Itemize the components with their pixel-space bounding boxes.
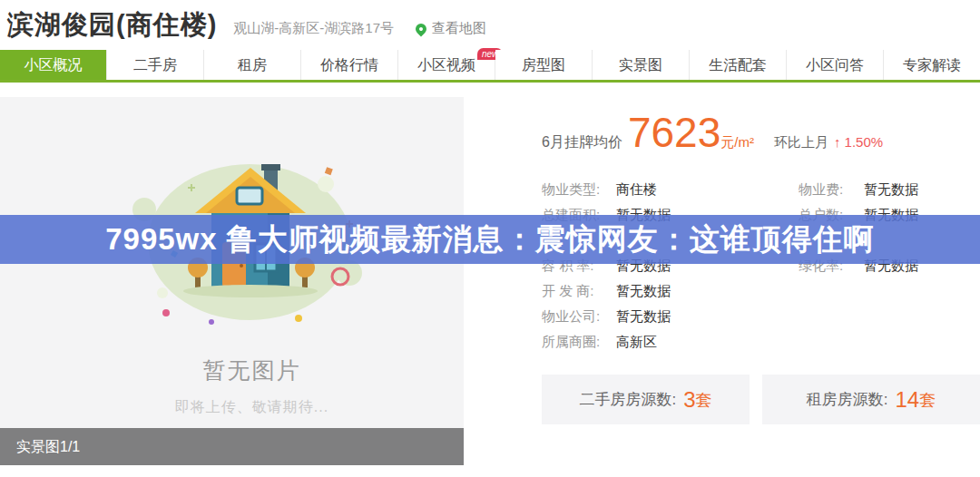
tab-second-hand[interactable]: 二手房 — [107, 50, 204, 80]
tab-community-overview[interactable]: 小区概况 — [0, 50, 107, 80]
ad-overlay-banner[interactable]: 7995wx 鲁大师视频最新消息：震惊网友：这谁顶得住啊 — [0, 215, 980, 264]
tab-floorplan[interactable]: 房型图 — [495, 50, 593, 80]
detail-row-property-type: 物业类型:商住楼 物业费:暂无数据 — [542, 177, 980, 202]
tab-community-video-label: 小区视频 — [417, 57, 475, 73]
price-value: 7623 — [628, 112, 720, 153]
photo-gallery-panel: 暂无图片 即将上传、敬请期待... 实景图1/1 — [0, 97, 464, 465]
detail-row-district: 所属商圈:高新区 — [542, 329, 980, 355]
trend-value: ↑ 1.50% — [834, 134, 883, 150]
rent-count[interactable]: 租房房源数: 14 套 — [762, 375, 980, 424]
view-map-link[interactable]: 查看地图 — [416, 20, 486, 37]
trend-label: 环比上月 — [774, 134, 828, 151]
detail-row-property-company: 物业公司:暂无数据 — [542, 304, 980, 329]
tab-price-trend[interactable]: 价格行情 — [301, 50, 398, 80]
details-list: 物业类型:商住楼 物业费:暂无数据 总建面积:暂无数据 总户数:暂无数据 容 积… — [542, 177, 980, 355]
tab-expert[interactable]: 专家解读 — [884, 50, 980, 80]
tab-amenities[interactable]: 生活配套 — [690, 50, 787, 80]
tab-community-video[interactable]: 小区视频new — [398, 50, 495, 80]
detail-row-developer: 开 发 商:暂无数据 — [542, 278, 980, 304]
tab-rent[interactable]: 租房 — [204, 50, 301, 80]
nav-tabs: 小区概况 二手房 租房 价格行情 小区视频new 房型图 实景图 生活配套 小区… — [0, 50, 980, 83]
price-row: 6月挂牌均价 7623 元/m² 环比上月 ↑ 1.50% — [542, 112, 980, 164]
map-pin-icon — [414, 21, 429, 36]
community-address: 观山湖-高新区-湖滨路17号 — [233, 20, 394, 37]
price-label: 6月挂牌均价 — [542, 133, 622, 152]
page-title: 滨湖俊园(商住楼) — [7, 7, 217, 44]
gallery-counter: 实景图1/1 — [0, 428, 464, 465]
tab-qa[interactable]: 小区问答 — [787, 50, 884, 80]
price-unit: 元/m² — [720, 134, 754, 151]
second-hand-count[interactable]: 二手房房源数: 3 套 — [542, 375, 750, 424]
no-photo-subtitle: 即将上传、敬请期待... — [20, 398, 464, 417]
header: 滨湖俊园(商住楼) 观山湖-高新区-湖滨路17号 查看地图 — [0, 0, 980, 50]
listing-stats: 二手房房源数: 3 套 租房房源数: 14 套 — [542, 375, 980, 424]
ad-overlay-text: 7995wx 鲁大师视频最新消息：震惊网友：这谁顶得住啊 — [105, 219, 875, 260]
community-overview-page: 滨湖俊园(商住楼) 观山湖-高新区-湖滨路17号 查看地图 小区概况 二手房 租… — [0, 0, 980, 477]
tab-real-photos[interactable]: 实景图 — [593, 50, 690, 80]
no-photo-title: 暂无图片 — [20, 355, 464, 385]
view-map-label: 查看地图 — [432, 20, 486, 37]
